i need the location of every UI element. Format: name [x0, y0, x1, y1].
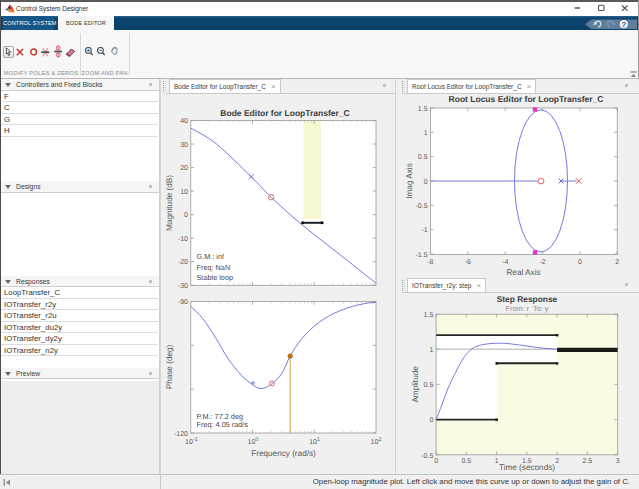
svg-text:Frequency (rad/s): Frequency (rad/s): [251, 449, 316, 458]
svg-text:1.5: 1.5: [423, 312, 433, 319]
svg-text:0: 0: [434, 458, 438, 465]
svg-text:Imag Axis: Imag Axis: [404, 163, 413, 199]
svg-text:1: 1: [429, 347, 433, 354]
svg-text:102: 102: [371, 437, 382, 446]
svg-text:-120: -120: [174, 431, 188, 438]
svg-text:-1: -1: [421, 227, 427, 234]
svg-text:?: ?: [622, 20, 627, 29]
svg-text:Phase (deg): Phase (deg): [166, 344, 174, 389]
svg-text:1.5: 1.5: [417, 106, 427, 113]
svg-text:Root Locus Editor for LoopTran: Root Locus Editor for LoopTransfer_C: [448, 94, 603, 104]
svg-text:-30: -30: [178, 283, 188, 290]
svg-text:2.5: 2.5: [582, 458, 592, 465]
svg-text:-2: -2: [539, 259, 545, 266]
svg-text:-6: -6: [464, 259, 470, 266]
svg-text:40: 40: [180, 118, 188, 125]
svg-text:Time (seconds): Time (seconds): [498, 463, 554, 472]
svg-text:Step Response: Step Response: [496, 294, 557, 304]
svg-text:1: 1: [423, 130, 427, 137]
svg-text:0.5: 0.5: [461, 458, 471, 465]
svg-text:Amplitude: Amplitude: [411, 366, 420, 403]
svg-text:10-1: 10-1: [185, 437, 198, 446]
svg-text:Freq: NaN: Freq: NaN: [197, 263, 231, 272]
svg-text:-1.5: -1.5: [415, 252, 427, 259]
svg-text:101: 101: [309, 437, 320, 446]
svg-text:Freq: 4.05 rad/s: Freq: 4.05 rad/s: [197, 420, 249, 429]
svg-text:0: 0: [578, 259, 582, 266]
svg-text:-20: -20: [178, 259, 188, 266]
svg-text:100: 100: [248, 437, 259, 446]
svg-text:-4: -4: [502, 259, 508, 266]
svg-text:From: r To: y: From: r To: y: [505, 304, 548, 313]
svg-text:2: 2: [555, 458, 559, 465]
svg-text:Real Axis: Real Axis: [506, 268, 540, 277]
svg-text:30: 30: [180, 142, 188, 149]
svg-text:0: 0: [184, 212, 188, 219]
svg-text:-0.5: -0.5: [421, 453, 433, 460]
svg-text:-10: -10: [178, 236, 188, 243]
svg-text:3: 3: [615, 458, 619, 465]
svg-text:0: 0: [423, 179, 427, 186]
svg-text:2: 2: [615, 259, 619, 266]
svg-text:Stable loop: Stable loop: [197, 273, 234, 282]
svg-text:-0.5: -0.5: [415, 203, 427, 210]
svg-text:-8: -8: [427, 259, 433, 266]
svg-text:Magnitude (dB): Magnitude (dB): [166, 175, 174, 231]
svg-text:0.5: 0.5: [423, 382, 433, 389]
svg-text:Bode Editor for LoopTransfer_C: Bode Editor for LoopTransfer_C: [220, 108, 349, 118]
svg-text:-90: -90: [178, 299, 188, 306]
svg-text:20: 20: [180, 165, 188, 172]
svg-text:0: 0: [429, 417, 433, 424]
svg-text:10: 10: [180, 189, 188, 196]
svg-text:G.M.: inf: G.M.: inf: [197, 252, 226, 261]
svg-text:0.5: 0.5: [417, 154, 427, 161]
